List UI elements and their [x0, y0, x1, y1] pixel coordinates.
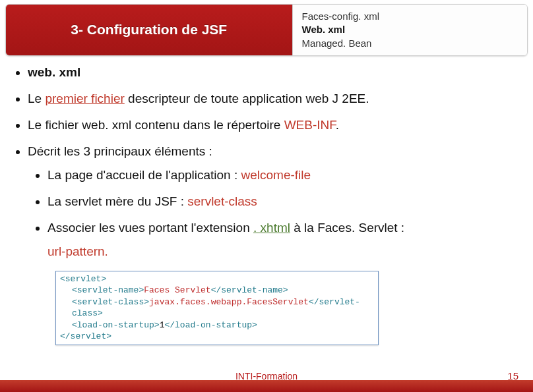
header-right-line1: Faces-config. xml	[302, 10, 518, 23]
b2-part-c: descripteur de toute application web J 2…	[125, 92, 369, 105]
b2-part-b: premier fichier	[45, 92, 124, 105]
s2-part-b: servlet-class	[187, 194, 257, 208]
footer-bar	[0, 380, 533, 392]
b4-text: Décrit les 3 principaux éléments :	[28, 144, 212, 158]
sn4c: </load-on-startup>	[164, 320, 257, 330]
s3-part-a: Associer les vues portant l'extension	[47, 221, 253, 235]
b3-part-a: Le fichier web. xml contenu dans le répe…	[28, 118, 284, 132]
s3-part-b: . xhtml	[253, 221, 290, 235]
sn2c: </servlet-name>	[211, 285, 288, 295]
bullet-webxml-text: web. xml	[28, 65, 80, 79]
sn2b: Faces Servlet	[144, 285, 210, 295]
bullet-list: web. xml Le premier fichier descripteur …	[16, 65, 517, 259]
snippet-line-1: <servlet>	[60, 273, 374, 285]
snippet-line-4: <load-on-startup>1</load-on-startup>	[60, 320, 374, 331]
bullet-premier-fichier: Le premier fichier descripteur de toute …	[28, 92, 517, 106]
header-right-line2: Web. xml	[302, 23, 518, 36]
bullet-webxml: web. xml	[28, 65, 517, 80]
slide-title-box: 3- Configuration de JSF	[6, 5, 293, 55]
sn2a: <servlet-name>	[72, 285, 144, 295]
snippet-line-5: </servlet>	[60, 331, 374, 343]
s2-part-a: La servlet mère du JSF :	[47, 194, 187, 208]
s3-part-c: à la Faces. Servlet :	[290, 221, 404, 235]
b3-part-c: .	[336, 118, 339, 132]
sn4a: <load-on-startup>	[72, 320, 160, 330]
sub-servlet-class: La servlet mère du JSF : servlet-class	[47, 194, 517, 209]
code-snippet: <servlet> <servlet-name>Faces Servlet</s…	[55, 271, 379, 345]
sub-welcome-file: La page d'accueil de l'application : wel…	[47, 168, 517, 182]
header-right-line3: Managed. Bean	[302, 37, 518, 50]
sn1: <servlet>	[60, 274, 106, 284]
bullet-decrit: Décrit les 3 principaux éléments : La pa…	[28, 144, 517, 259]
sub-url-pattern: Associer les vues portant l'extension . …	[47, 221, 517, 259]
bullet-webinf: Le fichier web. xml contenu dans le répe…	[28, 118, 517, 132]
slide-content: web. xml Le premier fichier descripteur …	[0, 56, 533, 345]
slide-header: 3- Configuration de JSF Faces-config. xm…	[5, 4, 528, 56]
snippet-line-2: <servlet-name>Faces Servlet</servlet-nam…	[60, 285, 374, 296]
sub-bullet-list: La page d'accueil de l'application : wel…	[28, 168, 517, 259]
b2-part-a: Le	[28, 92, 45, 105]
header-right-box: Faces-config. xml Web. xml Managed. Bean	[293, 5, 528, 55]
sn3a: <servlet-class>	[72, 297, 149, 307]
s3-part-d: url-pattern.	[47, 244, 108, 258]
s1-part-a: La page d'accueil de l'application :	[47, 168, 241, 182]
snippet-line-3: <servlet-class>javax.faces.webapp.FacesS…	[60, 296, 374, 320]
s1-part-b: welcome-file	[241, 168, 311, 182]
sn5: </servlet>	[60, 331, 111, 341]
b3-part-b: WEB-INF	[284, 118, 336, 132]
slide-title: 3- Configuration de JSF	[71, 22, 227, 38]
sn3b: javax.faces.webapp.FacesServlet	[149, 297, 309, 307]
